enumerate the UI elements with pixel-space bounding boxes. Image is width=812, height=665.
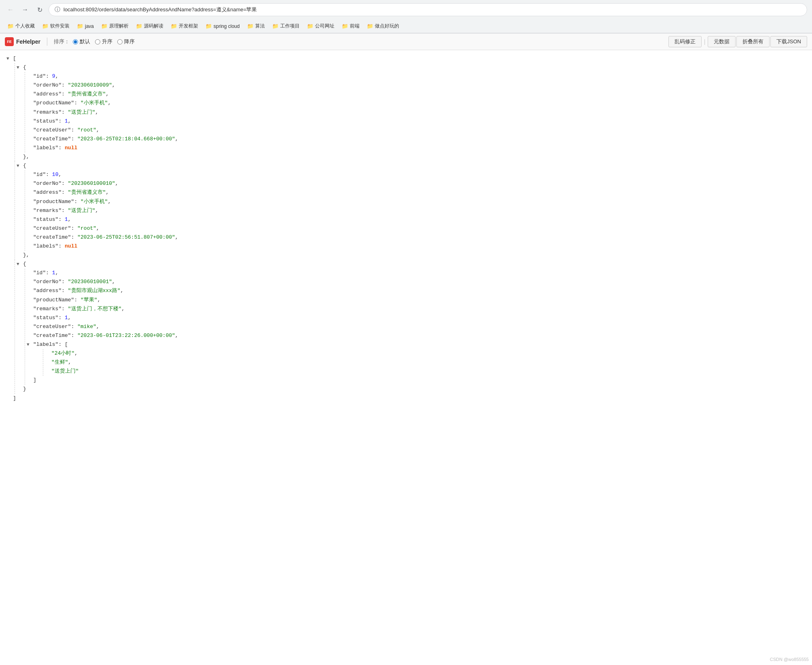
folder-icon: 📁 bbox=[101, 23, 108, 29]
json-field-labels-2: "labels": null bbox=[27, 242, 806, 251]
bookmark-源码解读[interactable]: 📁 源码解读 bbox=[133, 21, 167, 31]
sort-desc-radio[interactable] bbox=[117, 39, 123, 44]
toggle-obj2[interactable]: ▼ bbox=[17, 162, 21, 170]
folder-icon: 📁 bbox=[247, 23, 254, 29]
json-field-address-3: "address": "贵阳市观山湖xxx路", bbox=[27, 286, 806, 295]
sort-asc[interactable]: 升序 bbox=[95, 38, 112, 45]
forward-button[interactable]: → bbox=[19, 4, 31, 15]
bookmark-软件安装[interactable]: 📁 软件安装 bbox=[39, 21, 73, 31]
btn-metadata[interactable]: 元数据 bbox=[708, 36, 736, 47]
browser-toolbar: ← → ↻ ⓘ bbox=[0, 0, 812, 19]
toggle-root[interactable]: ▼ bbox=[6, 55, 11, 63]
json-field-remarks-3: "remarks": "送货上门，不想下楼", bbox=[27, 305, 806, 313]
folder-icon: 📁 bbox=[42, 23, 49, 29]
browser-chrome: ← → ↻ ⓘ 📁 个人收藏 📁 软件安装 📁 java 📁 原理解析 📁 源码… bbox=[0, 0, 812, 34]
json-object-2-content: "id": 10, "orderNo": "2023060100010", "a… bbox=[25, 170, 806, 251]
json-field-productName-1: "productName": "小米手机", bbox=[27, 99, 806, 108]
bookmark-label: 前端 bbox=[350, 23, 359, 30]
sort-desc-label: 降序 bbox=[124, 38, 135, 45]
sort-default[interactable]: 默认 bbox=[73, 38, 90, 45]
json-labels-close: ] bbox=[27, 376, 806, 385]
pipe-separator: | bbox=[704, 38, 706, 45]
sort-radio-group: 默认 升序 降序 bbox=[73, 38, 135, 45]
folder-icon: 📁 bbox=[272, 23, 279, 29]
json-field-address-1: "address": "贵州省遵义市", bbox=[27, 90, 806, 99]
json-field-productName-3: "productName": "苹果", bbox=[27, 296, 806, 305]
json-object-3-block: ▼ { "id": 1, "orderNo": "202306010001", … bbox=[15, 260, 806, 394]
json-field-address-2: "address": "贵州省遵义市", bbox=[27, 188, 806, 197]
btn-fix-encoding[interactable]: 乱码修正 bbox=[668, 36, 702, 47]
bookmark-label: 原理解析 bbox=[109, 23, 129, 30]
bookmark-java[interactable]: 📁 java bbox=[74, 21, 97, 31]
json-field-status-1: "status": 1, bbox=[27, 117, 806, 126]
json-object-1-block: ▼ { "id": 9, "orderNo": "202306010009", … bbox=[15, 63, 806, 161]
refresh-button[interactable]: ↻ bbox=[34, 4, 45, 15]
lock-icon: ⓘ bbox=[55, 6, 60, 13]
json-field-createUser-3: "createUser": "mike", bbox=[27, 322, 806, 331]
sort-section: 排序： 默认 升序 降序 bbox=[54, 38, 135, 45]
bookmark-label: 做点好玩的 bbox=[375, 23, 399, 30]
json-labels-content: "24小时", "生鲜", "送货上门" bbox=[43, 349, 806, 376]
btn-collapse-all[interactable]: 折叠所有 bbox=[736, 36, 770, 47]
sort-asc-radio[interactable] bbox=[95, 39, 100, 44]
folder-icon: 📁 bbox=[136, 23, 142, 29]
sort-desc[interactable]: 降序 bbox=[117, 38, 135, 45]
back-button[interactable]: ← bbox=[5, 4, 16, 15]
bookmark-label: 软件安装 bbox=[50, 23, 70, 30]
btn-download-json[interactable]: 下载JSON bbox=[770, 36, 807, 47]
json-field-createTime-3: "createTime": "2023-06-01T23:22:26.000+0… bbox=[27, 331, 806, 340]
folder-icon: 📁 bbox=[307, 23, 313, 29]
toggle-obj3[interactable]: ▼ bbox=[17, 260, 21, 268]
json-root-close: ] bbox=[6, 394, 806, 403]
json-field-orderNo-3: "orderNo": "202306010001", bbox=[27, 277, 806, 286]
address-bar[interactable]: ⓘ bbox=[49, 3, 807, 16]
json-labels-open: ▼ "labels": [ bbox=[27, 340, 806, 349]
json-field-status-3: "status": 1, bbox=[27, 313, 806, 322]
json-field-remarks-1: "remarks": "送货上门", bbox=[27, 108, 806, 117]
bookmark-label: 源码解读 bbox=[144, 23, 163, 30]
bookmark-label: 工作项目 bbox=[280, 23, 300, 30]
bookmark-前端[interactable]: 📁 前端 bbox=[338, 21, 363, 31]
json-field-orderNo-1: "orderNo": "202306010009", bbox=[27, 81, 806, 90]
bookmark-label: spring cloud bbox=[214, 23, 240, 29]
bookmark-做点好玩的[interactable]: 📁 做点好玩的 bbox=[364, 21, 402, 31]
bookmark-开发框架[interactable]: 📁 开发框架 bbox=[167, 21, 201, 31]
json-field-createUser-1: "createUser": "root", bbox=[27, 126, 806, 135]
json-object-3-open: ▼ { bbox=[17, 260, 806, 269]
bookmark-工作项目[interactable]: 📁 工作项目 bbox=[269, 21, 303, 31]
json-label-item-1: "24小时", bbox=[45, 349, 806, 358]
json-field-createTime-2: "createTime": "2023-06-25T02:56:51.807+0… bbox=[27, 233, 806, 242]
bookmark-公司网址[interactable]: 📁 公司网址 bbox=[304, 21, 338, 31]
sort-asc-label: 升序 bbox=[102, 38, 112, 45]
folder-icon: 📁 bbox=[205, 23, 212, 29]
bookmark-spring-cloud[interactable]: 📁 spring cloud bbox=[202, 21, 243, 31]
bookmark-label: 公司网址 bbox=[315, 23, 334, 30]
json-object-2-close: }, bbox=[17, 251, 806, 260]
bookmark-原理解析[interactable]: 📁 原理解析 bbox=[98, 21, 132, 31]
json-object-2-block: ▼ { "id": 10, "orderNo": "2023060100010"… bbox=[15, 161, 806, 260]
json-object-3-content: "id": 1, "orderNo": "202306010001", "add… bbox=[25, 269, 806, 385]
json-field-id-3: "id": 1, bbox=[27, 269, 806, 277]
watermark: CSDN @wo855555 bbox=[770, 657, 809, 662]
sort-default-label: 默认 bbox=[80, 38, 90, 45]
json-field-productName-2: "productName": "小米手机", bbox=[27, 197, 806, 206]
sort-default-radio[interactable] bbox=[73, 39, 78, 44]
bookmark-个人收藏[interactable]: 📁 个人收藏 bbox=[4, 21, 38, 31]
fe-icon: FE bbox=[5, 37, 14, 46]
json-root-open: ▼ [ bbox=[6, 54, 806, 63]
bookmark-label: java bbox=[85, 23, 94, 29]
url-input[interactable] bbox=[63, 7, 801, 13]
toggle-obj1[interactable]: ▼ bbox=[17, 64, 21, 72]
folder-icon: 📁 bbox=[77, 23, 83, 29]
json-label-item-2: "生鲜", bbox=[45, 358, 806, 367]
fehelper-toolbar: FE FeHelper 排序： 默认 升序 降序 乱码修正 | 元数据 折叠所有… bbox=[0, 34, 812, 50]
json-field-createTime-1: "createTime": "2023-06-25T02:18:04.668+0… bbox=[27, 135, 806, 144]
json-object-1-content: "id": 9, "orderNo": "202306010009", "add… bbox=[25, 72, 806, 152]
folder-icon: 📁 bbox=[7, 23, 14, 29]
json-object-1-open: ▼ { bbox=[17, 63, 806, 72]
toggle-labels[interactable]: ▼ bbox=[27, 341, 32, 349]
bookmark-算法[interactable]: 📁 算法 bbox=[244, 21, 268, 31]
json-field-labels-1: "labels": null bbox=[27, 144, 806, 152]
folder-icon: 📁 bbox=[342, 23, 348, 29]
json-object-2-open: ▼ { bbox=[17, 161, 806, 170]
